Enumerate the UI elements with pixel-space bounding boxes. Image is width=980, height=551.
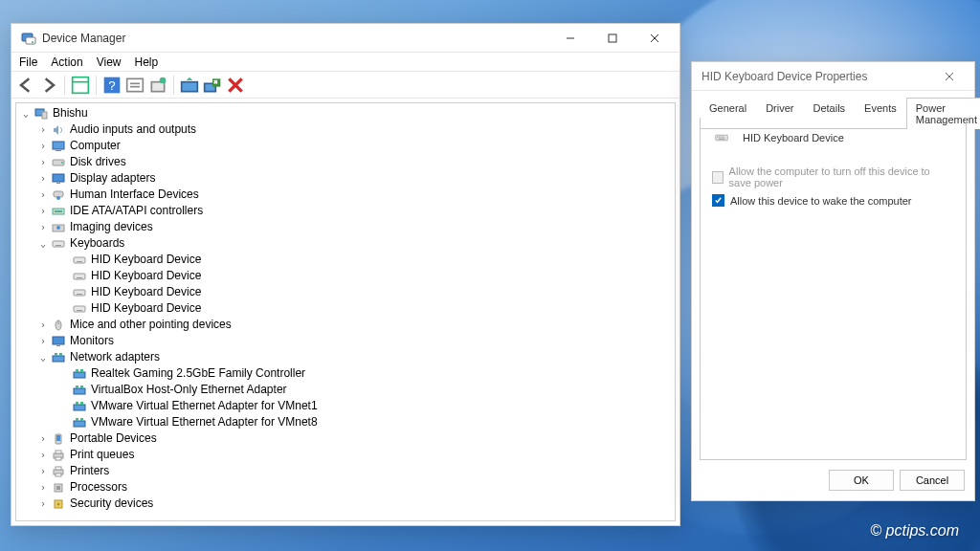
collapse-glyph[interactable]: ⌄ bbox=[37, 349, 49, 365]
device-category[interactable]: ›Display adapters bbox=[16, 170, 675, 187]
device-item[interactable]: HID Keyboard Device bbox=[16, 300, 675, 317]
device-item[interactable]: HID Keyboard Device bbox=[16, 268, 675, 284]
close-button[interactable] bbox=[634, 24, 676, 53]
show-hide-tree-button[interactable] bbox=[70, 75, 91, 96]
expand-glyph[interactable]: › bbox=[37, 121, 49, 138]
svg-point-2 bbox=[32, 41, 33, 43]
toolbar-separator bbox=[173, 76, 174, 95]
device-category[interactable]: ›IDE ATA/ATAPI controllers bbox=[16, 203, 675, 219]
svg-rect-71 bbox=[56, 486, 60, 490]
menu-action[interactable]: Action bbox=[51, 55, 82, 69]
device-category[interactable]: ›Security devices bbox=[16, 496, 675, 512]
tree-item-label: VirtualBox Host-Only Ethernet Adapter bbox=[91, 382, 287, 398]
expand-glyph[interactable]: › bbox=[37, 447, 49, 463]
window-title: Device Manager bbox=[42, 32, 549, 45]
expand-glyph[interactable]: › bbox=[37, 187, 49, 203]
svg-rect-78 bbox=[719, 137, 720, 138]
device-item[interactable]: Realtek Gaming 2.5GbE Family Controller bbox=[16, 365, 675, 382]
keyboard-icon bbox=[51, 237, 66, 251]
device-category[interactable]: ›Print queues bbox=[16, 447, 675, 463]
device-category[interactable]: ›Human Interface Devices bbox=[16, 187, 675, 203]
minimize-button[interactable] bbox=[549, 24, 591, 53]
back-button[interactable] bbox=[15, 75, 36, 96]
device-tree[interactable]: ⌄Bhishu›Audio inputs and outputs›Compute… bbox=[16, 103, 675, 520]
printq-icon bbox=[51, 449, 66, 462]
tree-item-label: Portable Devices bbox=[70, 430, 157, 447]
device-category[interactable]: ⌄Network adapters bbox=[16, 349, 675, 365]
svg-rect-7 bbox=[73, 77, 89, 93]
net-icon bbox=[72, 384, 87, 397]
device-category[interactable]: ›Processors bbox=[16, 479, 675, 496]
svg-rect-69 bbox=[56, 474, 61, 476]
toolbar: ? bbox=[11, 72, 679, 99]
expand-glyph[interactable]: › bbox=[37, 317, 49, 333]
svg-rect-39 bbox=[74, 290, 85, 296]
expand-glyph[interactable]: › bbox=[37, 463, 49, 479]
close-button[interactable] bbox=[928, 62, 970, 91]
help-button[interactable]: ? bbox=[101, 75, 122, 96]
device-item[interactable]: VirtualBox Host-Only Ethernet Adapter bbox=[16, 382, 675, 398]
expand-glyph[interactable]: › bbox=[37, 479, 49, 496]
tree-item-label: IDE ATA/ATAPI controllers bbox=[70, 203, 203, 219]
svg-point-32 bbox=[56, 226, 60, 230]
dialog-titlebar[interactable]: HID Keyboard Device Properties bbox=[692, 62, 974, 91]
device-category[interactable]: ⌄Bhishu bbox=[16, 105, 675, 121]
uninstall-device-button[interactable] bbox=[202, 75, 223, 96]
menu-view[interactable]: View bbox=[97, 55, 122, 69]
device-category[interactable]: ›Printers bbox=[16, 463, 675, 479]
expand-glyph[interactable]: › bbox=[37, 154, 49, 170]
ok-button[interactable]: OK bbox=[829, 470, 894, 491]
disable-device-button[interactable] bbox=[225, 75, 246, 96]
tree-item-label: Realtek Gaming 2.5GbE Family Controller bbox=[91, 365, 305, 382]
scan-hardware-button[interactable] bbox=[147, 75, 168, 96]
expand-glyph[interactable]: › bbox=[37, 219, 49, 235]
svg-rect-77 bbox=[717, 137, 718, 138]
device-category[interactable]: ›Disk drives bbox=[16, 154, 675, 170]
tree-item-label: HID Keyboard Device bbox=[91, 300, 201, 317]
window-titlebar[interactable]: Device Manager bbox=[11, 24, 679, 53]
device-category[interactable]: ›Imaging devices bbox=[16, 219, 675, 235]
svg-rect-22 bbox=[56, 150, 61, 151]
expand-glyph[interactable]: › bbox=[37, 430, 49, 447]
svg-rect-25 bbox=[53, 174, 64, 182]
keyboard-icon bbox=[714, 131, 729, 144]
expand-glyph[interactable]: › bbox=[37, 138, 49, 154]
svg-rect-40 bbox=[77, 294, 82, 295]
properties-button[interactable] bbox=[124, 75, 145, 96]
tree-item-label: Bhishu bbox=[53, 105, 88, 121]
tree-item-label: Human Interface Devices bbox=[70, 187, 199, 203]
svg-rect-60 bbox=[76, 418, 78, 421]
collapse-glyph[interactable]: ⌄ bbox=[37, 235, 49, 252]
cancel-button[interactable]: Cancel bbox=[900, 470, 965, 491]
device-item[interactable]: VMware Virtual Ethernet Adapter for VMne… bbox=[16, 414, 675, 430]
expand-glyph[interactable]: › bbox=[37, 170, 49, 187]
tree-item-label: Display adapters bbox=[70, 170, 155, 187]
device-item[interactable]: HID Keyboard Device bbox=[16, 284, 675, 300]
expand-glyph[interactable]: › bbox=[37, 203, 49, 219]
device-category[interactable]: ⌄Keyboards bbox=[16, 235, 675, 252]
checkbox-allow-wake[interactable] bbox=[712, 194, 724, 207]
device-category[interactable]: ›Portable Devices bbox=[16, 430, 675, 447]
svg-rect-46 bbox=[56, 345, 60, 346]
expand-glyph[interactable]: › bbox=[37, 333, 49, 349]
dialog-title: HID Keyboard Device Properties bbox=[702, 70, 928, 83]
forward-button[interactable] bbox=[38, 75, 59, 96]
svg-rect-56 bbox=[74, 405, 85, 410]
expand-glyph[interactable]: › bbox=[37, 496, 49, 512]
maximize-button[interactable] bbox=[591, 24, 634, 53]
device-category[interactable]: ›Mice and other pointing devices bbox=[16, 317, 675, 333]
svg-rect-55 bbox=[80, 386, 83, 388]
update-driver-button[interactable] bbox=[179, 75, 200, 96]
menu-help[interactable]: Help bbox=[135, 55, 159, 69]
device-category[interactable]: ›Audio inputs and outputs bbox=[16, 121, 675, 138]
label-allow-turn-off: Allow the computer to turn off this devi… bbox=[729, 165, 954, 188]
collapse-glyph[interactable]: ⌄ bbox=[20, 105, 32, 121]
svg-rect-54 bbox=[76, 386, 78, 388]
menu-file[interactable]: File bbox=[19, 55, 37, 69]
svg-rect-33 bbox=[53, 241, 64, 247]
device-item[interactable]: HID Keyboard Device bbox=[16, 252, 675, 268]
device-item[interactable]: VMware Virtual Ethernet Adapter for VMne… bbox=[16, 398, 675, 414]
cpu-icon bbox=[51, 481, 66, 495]
device-category[interactable]: ›Monitors bbox=[16, 333, 675, 349]
device-category[interactable]: ›Computer bbox=[16, 138, 675, 154]
